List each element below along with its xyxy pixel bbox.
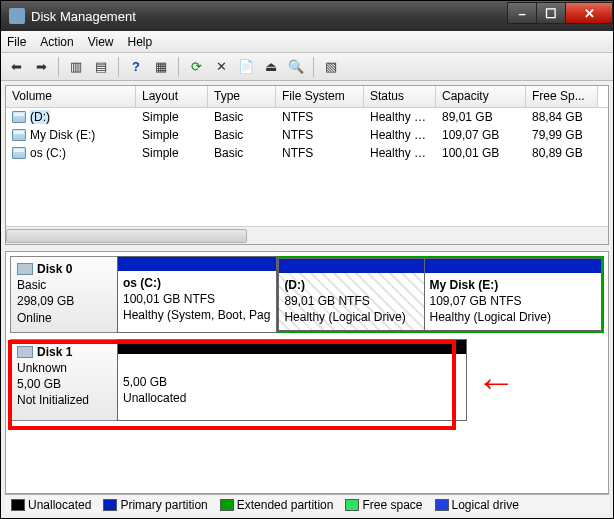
window: Disk Management – ☐ ✕ File Action View H… [0, 0, 614, 519]
logical-stripe [425, 259, 602, 273]
legend-primary: Primary partition [103, 498, 207, 512]
toolbar: ⬅ ➡ ▥ ▤ ? ▦ ⟳ ✕ 📄 ⏏ 🔍 ▧ [1, 53, 613, 81]
volume-row[interactable]: os (C:)SimpleBasicNTFSHealthy (S...100,0… [6, 144, 608, 162]
unallocated-stripe [118, 340, 466, 354]
back-button[interactable]: ⬅ [5, 56, 27, 78]
app-icon [9, 8, 25, 24]
disk-row-1: Disk 1 Unknown 5,00 GB Not Initialized 5… [10, 339, 604, 421]
col-type[interactable]: Type [208, 86, 276, 107]
legend-free: Free space [345, 498, 422, 512]
graphical-view: Disk 0 Basic 298,09 GB Online os (C:) 10… [5, 251, 609, 494]
partition-d[interactable]: (D:) 89,01 GB NTFS Healthy (Logical Driv… [278, 258, 424, 331]
window-title: Disk Management [31, 9, 508, 24]
volume-icon [12, 147, 26, 159]
menu-help[interactable]: Help [128, 35, 153, 49]
volume-icon [12, 111, 26, 123]
col-filesystem[interactable]: File System [276, 86, 364, 107]
extended-partition: (D:) 89,01 GB NTFS Healthy (Logical Driv… [277, 256, 604, 333]
eject-icon[interactable]: ⏏ [260, 56, 282, 78]
forward-button[interactable]: ➡ [30, 56, 52, 78]
tile-icon[interactable]: ▦ [150, 56, 172, 78]
disk-icon [17, 346, 33, 358]
col-volume[interactable]: Volume [6, 86, 136, 107]
menubar: File Action View Help [1, 31, 613, 53]
minimize-button[interactable]: – [507, 2, 537, 24]
properties-icon[interactable]: 📄 [235, 56, 257, 78]
close-button[interactable]: ✕ [565, 2, 613, 24]
legend-logical: Logical drive [435, 498, 519, 512]
maximize-button[interactable]: ☐ [536, 2, 566, 24]
legend: Unallocated Primary partition Extended p… [5, 494, 609, 514]
menu-view[interactable]: View [88, 35, 114, 49]
partition-mydisk-e[interactable]: My Disk (E:) 109,07 GB NTFS Healthy (Log… [424, 258, 603, 331]
help-icon[interactable]: ? [125, 56, 147, 78]
volume-list: Volume Layout Type File System Status Ca… [5, 85, 609, 245]
search-icon[interactable]: 🔍 [285, 56, 307, 78]
disk-row-0: Disk 0 Basic 298,09 GB Online os (C:) 10… [10, 256, 604, 333]
primary-stripe [118, 257, 276, 271]
delete-icon[interactable]: ✕ [210, 56, 232, 78]
menu-action[interactable]: Action [40, 35, 73, 49]
partition-os-c[interactable]: os (C:) 100,01 GB NTFS Healthy (System, … [117, 256, 277, 333]
disk-icon [17, 263, 33, 275]
volume-row[interactable]: My Disk (E:)SimpleBasicNTFSHealthy (L...… [6, 126, 608, 144]
settings-icon[interactable]: ▧ [320, 56, 342, 78]
partition-unallocated[interactable]: 5,00 GB Unallocated [117, 339, 467, 421]
logical-stripe [279, 259, 423, 273]
show-hide-tree-button[interactable]: ▥ [65, 56, 87, 78]
legend-extended: Extended partition [220, 498, 334, 512]
col-capacity[interactable]: Capacity [436, 86, 526, 107]
volume-row[interactable]: (D:)SimpleBasicNTFSHealthy (L...89,01 GB… [6, 108, 608, 126]
col-free[interactable]: Free Sp... [526, 86, 598, 107]
show-hide-lower-button[interactable]: ▤ [90, 56, 112, 78]
menu-file[interactable]: File [7, 35, 26, 49]
volume-icon [12, 129, 26, 141]
content-area: Volume Layout Type File System Status Ca… [1, 81, 613, 518]
col-layout[interactable]: Layout [136, 86, 208, 107]
legend-unallocated: Unallocated [11, 498, 91, 512]
col-status[interactable]: Status [364, 86, 436, 107]
horizontal-scrollbar[interactable] [6, 226, 608, 244]
disk0-label[interactable]: Disk 0 Basic 298,09 GB Online [10, 256, 118, 333]
refresh-icon[interactable]: ⟳ [185, 56, 207, 78]
disk1-label[interactable]: Disk 1 Unknown 5,00 GB Not Initialized [10, 339, 118, 421]
titlebar[interactable]: Disk Management – ☐ ✕ [1, 1, 613, 31]
